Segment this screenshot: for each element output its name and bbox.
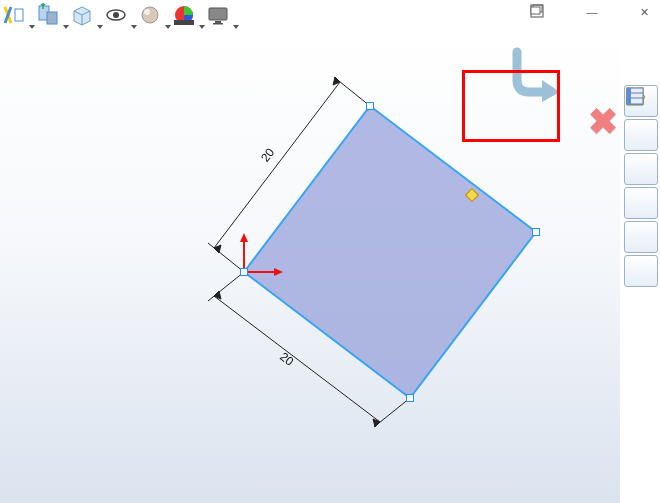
color-tool[interactable] bbox=[172, 3, 206, 31]
sketch-endpoint[interactable] bbox=[532, 228, 540, 236]
display-tool[interactable] bbox=[206, 3, 240, 31]
dropdown-icon bbox=[97, 25, 103, 29]
library-button[interactable] bbox=[624, 119, 658, 151]
svg-line-19 bbox=[208, 272, 244, 301]
svg-rect-15 bbox=[531, 7, 540, 14]
window-controls: — ✕ bbox=[530, 4, 654, 20]
svg-point-6 bbox=[144, 9, 150, 15]
task-pane bbox=[624, 85, 658, 287]
restore-button[interactable] bbox=[608, 4, 628, 20]
svg-rect-11 bbox=[213, 23, 223, 25]
sketch-endpoint[interactable] bbox=[240, 268, 248, 276]
appearance-tool[interactable] bbox=[138, 3, 172, 31]
align-tool[interactable] bbox=[36, 3, 70, 31]
minimize-button[interactable]: — bbox=[582, 4, 602, 20]
svg-rect-38 bbox=[627, 88, 631, 104]
svg-rect-10 bbox=[215, 21, 221, 23]
visibility-tool[interactable] bbox=[104, 3, 138, 31]
cube-tool[interactable] bbox=[70, 3, 104, 31]
svg-rect-9 bbox=[209, 8, 227, 20]
sketch-canvas bbox=[0, 32, 620, 503]
dropdown-icon bbox=[165, 25, 171, 29]
properties-button[interactable] bbox=[624, 255, 658, 287]
svg-rect-8 bbox=[174, 20, 194, 25]
dropdown-icon bbox=[131, 25, 137, 29]
next-window-button[interactable] bbox=[556, 4, 576, 20]
svg-line-16 bbox=[208, 243, 244, 272]
dropdown-icon bbox=[199, 25, 205, 29]
svg-rect-0 bbox=[15, 9, 23, 21]
close-button[interactable]: ✕ bbox=[634, 4, 654, 20]
top-toolbar bbox=[2, 2, 240, 32]
dropdown-icon bbox=[29, 25, 35, 29]
appearances-button[interactable] bbox=[624, 221, 658, 253]
sketch-viewport[interactable]: ✖ 20 20 bbox=[0, 32, 620, 503]
open-button[interactable] bbox=[624, 153, 658, 185]
sketch-endpoint[interactable] bbox=[366, 102, 374, 110]
svg-point-5 bbox=[142, 7, 158, 23]
svg-point-4 bbox=[113, 12, 119, 18]
tiles-button[interactable] bbox=[624, 187, 658, 219]
sketch-endpoint[interactable] bbox=[406, 394, 414, 402]
auto-dim-tool[interactable] bbox=[2, 3, 36, 31]
dropdown-icon bbox=[233, 25, 239, 29]
svg-rect-2 bbox=[47, 12, 57, 24]
dropdown-icon bbox=[63, 25, 69, 29]
